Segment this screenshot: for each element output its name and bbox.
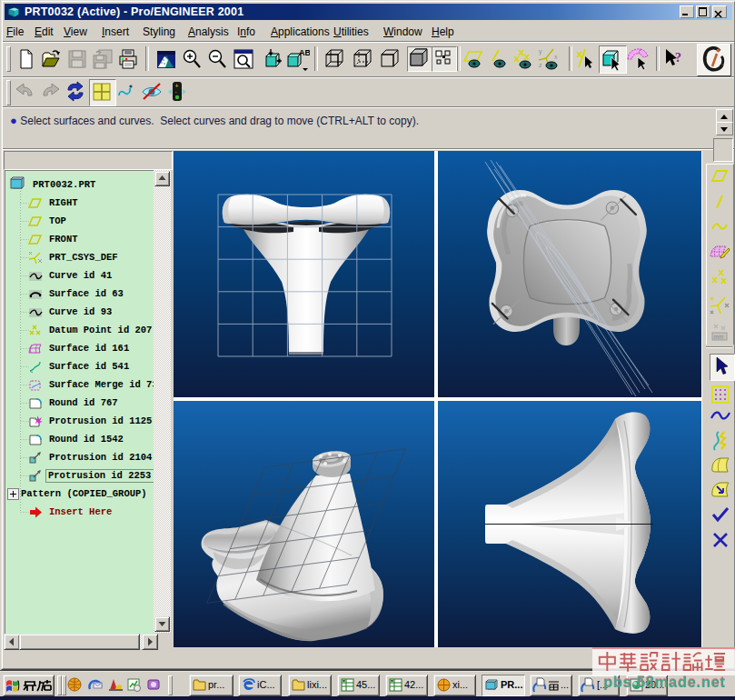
svg-text:AB: AB (299, 48, 310, 57)
svg-text:x: x (554, 54, 558, 60)
svg-text:y: y (539, 48, 542, 55)
svg-text:z: z (539, 62, 542, 68)
svg-text:?: ? (675, 51, 681, 65)
svg-text:mm: mm (714, 334, 724, 340)
